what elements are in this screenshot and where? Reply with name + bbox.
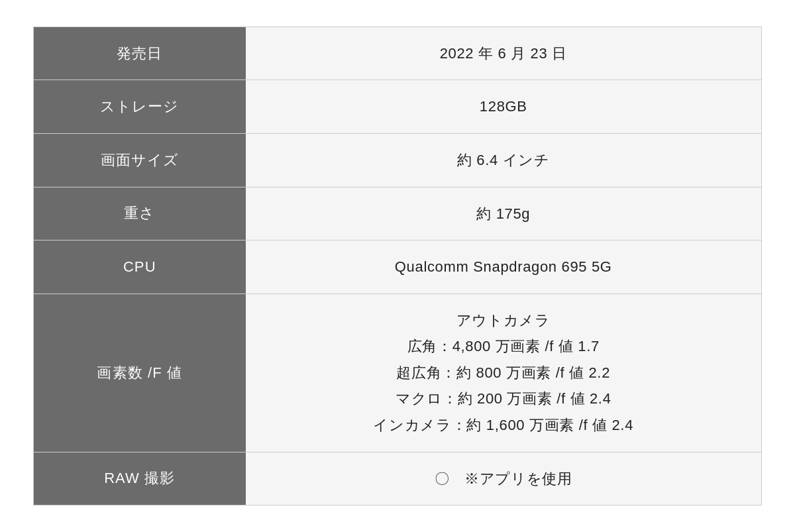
spec-label: 発売日 <box>34 27 246 80</box>
spec-value: 約 6.4 インチ <box>246 133 762 187</box>
spec-value: Qualcomm Snapdragon 695 5G <box>246 240 762 294</box>
spec-value: 128GB <box>246 80 762 134</box>
table-row: CPUQualcomm Snapdragon 695 5G <box>34 240 762 294</box>
spec-label: 画素数 /F 値 <box>34 293 246 452</box>
spec-table: 発売日2022 年 6 月 23 日ストレージ128GB画面サイズ約 6.4 イ… <box>33 27 762 506</box>
spec-label: 画面サイズ <box>34 133 246 187</box>
spec-label: ストレージ <box>34 80 246 134</box>
spec-value: 約 175g <box>246 187 762 240</box>
table-row: 画素数 /F 値アウトカメラ広角：4,800 万画素 /f 値 1.7超広角：約… <box>34 293 762 452</box>
spec-value: アウトカメラ広角：4,800 万画素 /f 値 1.7超広角：約 800 万画素… <box>246 293 762 452</box>
table-row: 画面サイズ約 6.4 インチ <box>34 133 762 187</box>
spec-label: 重さ <box>34 187 246 240</box>
spec-label: RAW 撮影 <box>34 452 246 505</box>
spec-value: 2022 年 6 月 23 日 <box>246 27 762 80</box>
table-row: 発売日2022 年 6 月 23 日 <box>34 27 762 80</box>
spec-value: 〇 ※アプリを使用 <box>246 452 762 505</box>
table-row: ストレージ128GB <box>34 80 762 134</box>
table-row: RAW 撮影〇 ※アプリを使用 <box>34 452 762 505</box>
table-row: 重さ約 175g <box>34 187 762 240</box>
spec-label: CPU <box>34 240 246 294</box>
